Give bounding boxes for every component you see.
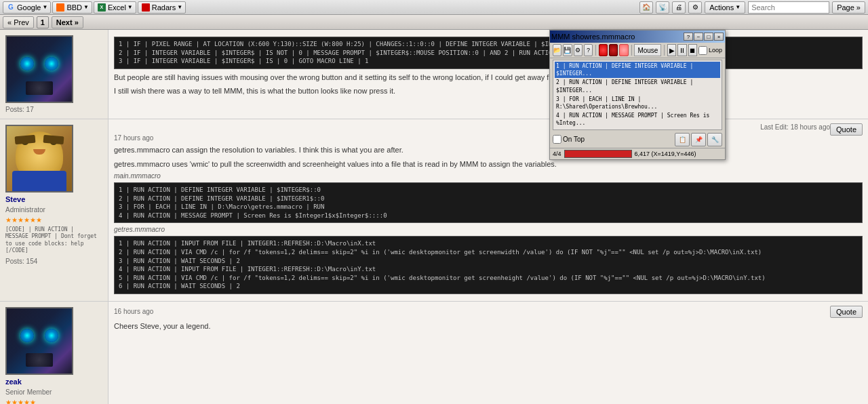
mmm-code-area: 1 | RUN ACTION | DEFINE INTEGER VARIABLE… bbox=[553, 60, 722, 130]
mmm-window-buttons: ? − □ × bbox=[684, 33, 724, 41]
mmm-stop-btn[interactable] bbox=[609, 44, 618, 56]
next-label: Next » bbox=[56, 18, 79, 26]
mmm-loop-checkbox[interactable]: Loop bbox=[698, 46, 722, 55]
mmm-action-btn-1[interactable]: 📋 bbox=[675, 133, 690, 146]
prev-label: « Prev bbox=[7, 18, 29, 26]
ontop-cb[interactable] bbox=[553, 135, 561, 144]
rss-icon-btn[interactable]: 📡 bbox=[656, 1, 669, 14]
google-button[interactable]: G Google ▼ bbox=[3, 1, 51, 14]
radar-icon bbox=[141, 3, 151, 12]
mmm-maximize-btn[interactable]: □ bbox=[704, 33, 713, 41]
post-1: Posts: 17 1 | IF | PIXEL RANGE | AT LOCA… bbox=[0, 30, 868, 119]
top-bar-right: 🏠 📡 🖨 ⚙ Actions ▼ Page » bbox=[639, 1, 865, 14]
post-2-text1: getres.mmmacro can assign the resolution… bbox=[114, 144, 863, 156]
mmm-code-line-1[interactable]: 1 | RUN ACTION | DEFINE INTEGER VARIABLE… bbox=[555, 62, 720, 78]
mmm-record-btn[interactable] bbox=[599, 44, 608, 56]
mmm-help-btn[interactable]: ? bbox=[684, 33, 693, 41]
mmm-toolbar: 📂 💾 ⚙ ? Mouse ▶ ⏸ ⏹ Loop bbox=[550, 43, 725, 58]
post-2-left: Steve Administrator ★★★★★★ [CODE] | RUN … bbox=[0, 119, 108, 301]
mmm-code-line-3[interactable]: 3 | FOR | EACH | LINE IN | R:\Shared\Ope… bbox=[555, 95, 720, 111]
mmm-tool-save[interactable]: 💾 bbox=[563, 44, 572, 56]
role-2: Administrator bbox=[5, 206, 45, 214]
post-2-text2: getres.mmmacro uses 'wmic' to pull the s… bbox=[114, 159, 863, 170]
code-line-1: 1 | IF | PIXEL RANGE | AT LOCATION (X:60… bbox=[119, 40, 858, 49]
page-number: 1 bbox=[37, 16, 49, 28]
avatar-eye-left bbox=[20, 57, 34, 70]
next-button[interactable]: Next » bbox=[52, 16, 83, 28]
excel-label: Excel bbox=[108, 3, 126, 12]
avatar-3 bbox=[5, 307, 73, 375]
mmm-tool-open[interactable]: 📂 bbox=[553, 44, 561, 56]
mmm-sep-2 bbox=[631, 45, 632, 56]
mmm-sep-1 bbox=[595, 45, 596, 56]
page-button[interactable]: Page » bbox=[832, 1, 865, 14]
username-3: zeak bbox=[5, 378, 22, 386]
excel-button[interactable]: X Excel ▼ bbox=[94, 1, 136, 14]
post-2-timestamp: 17 hours ago bbox=[114, 134, 153, 142]
section-getres: getres.mmmacro bbox=[114, 226, 863, 233]
avatar-1 bbox=[5, 35, 73, 103]
bbd-icon bbox=[56, 3, 65, 12]
home-icon-btn[interactable]: 🏠 bbox=[639, 1, 653, 14]
post-1-left: Posts: 17 bbox=[0, 30, 108, 119]
actions-button[interactable]: Actions ▼ bbox=[705, 1, 745, 14]
username-2: Steve bbox=[5, 195, 25, 203]
google-label: Google bbox=[17, 3, 41, 12]
stars-2: ★★★★★★ bbox=[5, 216, 42, 224]
mmm-pause-btn[interactable] bbox=[619, 44, 628, 56]
actions-label: Actions bbox=[709, 3, 734, 12]
radar-dropdown-icon: ▼ bbox=[177, 4, 182, 10]
mmm-progress-row: 4/4 6,417 (X=1419,Y=446) bbox=[550, 148, 725, 159]
excel-dropdown-icon: ▼ bbox=[127, 4, 133, 10]
avatar-3-eye-right bbox=[45, 329, 58, 342]
page-label: Page » bbox=[837, 3, 861, 12]
nav-bar: « Prev 1 Next » bbox=[0, 15, 868, 30]
bbd-button[interactable]: BBD ▼ bbox=[52, 1, 92, 14]
search-input[interactable] bbox=[748, 1, 829, 14]
avatar-3-eye-left bbox=[20, 329, 34, 342]
mmm-play-btn[interactable]: ▶ bbox=[667, 44, 676, 56]
top-bar: G Google ▼ BBD ▼ X Excel ▼ Radars ▼ 🏠 📡 … bbox=[0, 0, 868, 15]
print-icon-btn[interactable]: 🖨 bbox=[672, 1, 686, 14]
settings-icon-btn[interactable]: ⚙ bbox=[688, 1, 702, 14]
code-line-2: 2 | IF | INTEGER VARIABLE | $INTEGER$ | … bbox=[119, 49, 858, 58]
mmm-titlebar[interactable]: MMM showres.mmmacro ? − □ × bbox=[550, 31, 725, 43]
stars-3: ★★★★★ bbox=[5, 399, 36, 404]
forum-content: Posts: 17 1 | IF | PIXEL RANGE | AT LOCA… bbox=[0, 30, 868, 404]
mmm-bottom: On Top 📋 📌 🔧 bbox=[550, 132, 725, 148]
mmm-action-buttons: 📋 📌 🔧 bbox=[675, 133, 722, 146]
post-2-last-edit: Last Edit: 18 hours ago bbox=[760, 123, 830, 131]
mmm-tool-settings[interactable]: ⚙ bbox=[574, 44, 583, 56]
role-3: Senior Member bbox=[5, 388, 52, 396]
quote-button-3[interactable]: Quote bbox=[830, 306, 863, 318]
radar-button[interactable]: Radars ▼ bbox=[138, 1, 186, 14]
quote-button-2[interactable]: Quote bbox=[830, 123, 863, 136]
on-top-checkbox[interactable]: On Top bbox=[553, 135, 585, 144]
mmm-tool-help[interactable]: ? bbox=[584, 44, 593, 56]
post-1-text2: I still wish there was a way to tell MMM… bbox=[114, 85, 863, 97]
posts-2: Posts: 154 bbox=[5, 258, 37, 265]
mmm-code-line-2[interactable]: 2 | RUN ACTION | DEFINE INTEGER VARIABLE… bbox=[555, 78, 720, 94]
mmm-action-btn-2[interactable]: 📌 bbox=[691, 133, 706, 146]
mmm-coords: 6,417 (X=1419,Y=446) bbox=[635, 150, 696, 157]
post-2-code-getres: 1 | RUN ACTION | INPUT FROM FILE | INTEG… bbox=[114, 236, 863, 294]
mmm-code-line-4[interactable]: 4 | RUN ACTION | MESSAGE PROMPT | Screen… bbox=[555, 111, 720, 127]
mmm-progress-fill bbox=[565, 150, 631, 157]
post-1-right: 1 | IF | PIXEL RANGE | AT LOCATION (X:60… bbox=[108, 30, 868, 119]
mmm-minimize-btn[interactable]: − bbox=[694, 33, 703, 41]
code-line-3: 3 | IF | INTEGER VARIABLE | $INTEGER$ | … bbox=[119, 57, 858, 66]
post-1-code: 1 | IF | PIXEL RANGE | AT LOCATION (X:60… bbox=[114, 37, 863, 69]
post-2-right: Quote Last Edit: 18 hours ago 17 hours a… bbox=[108, 119, 868, 301]
mmm-action-btn-3[interactable]: 🔧 bbox=[707, 133, 722, 146]
mmm-stop2-btn[interactable]: ⏹ bbox=[688, 44, 697, 56]
post-3-right: 16 hours ago Quote Cheers Steve, your a … bbox=[108, 302, 868, 404]
google-icon: G bbox=[6, 3, 16, 12]
loop-cb[interactable] bbox=[698, 46, 707, 55]
mmm-progress-label: 4/4 bbox=[553, 150, 561, 157]
mmm-step-btn[interactable]: ⏸ bbox=[677, 44, 686, 56]
prev-button[interactable]: « Prev bbox=[3, 16, 34, 28]
mmm-close-btn[interactable]: × bbox=[714, 33, 724, 41]
post-1-text1: But people are still having issues with … bbox=[114, 72, 863, 83]
mmm-mouse-label: Mouse bbox=[634, 44, 661, 56]
mmm-progress-bar bbox=[564, 150, 632, 158]
